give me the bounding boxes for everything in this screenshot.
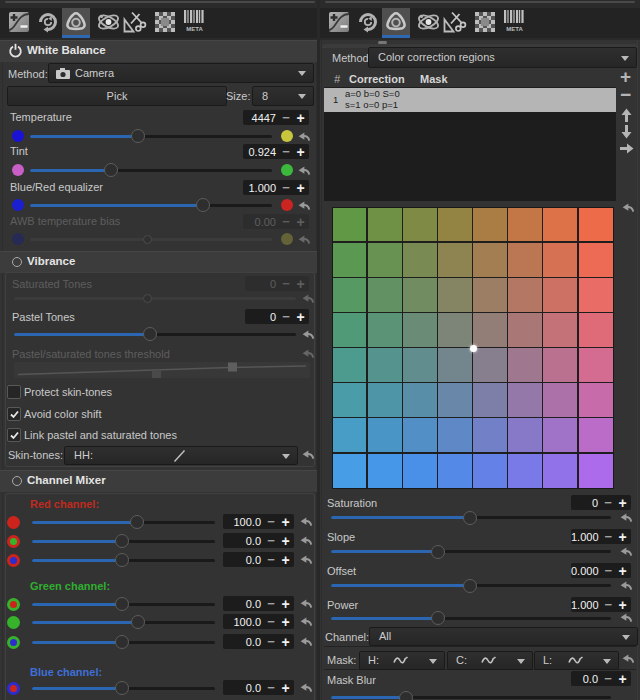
svg-text:META: META xyxy=(186,26,203,32)
svg-text:META: META xyxy=(506,26,523,32)
